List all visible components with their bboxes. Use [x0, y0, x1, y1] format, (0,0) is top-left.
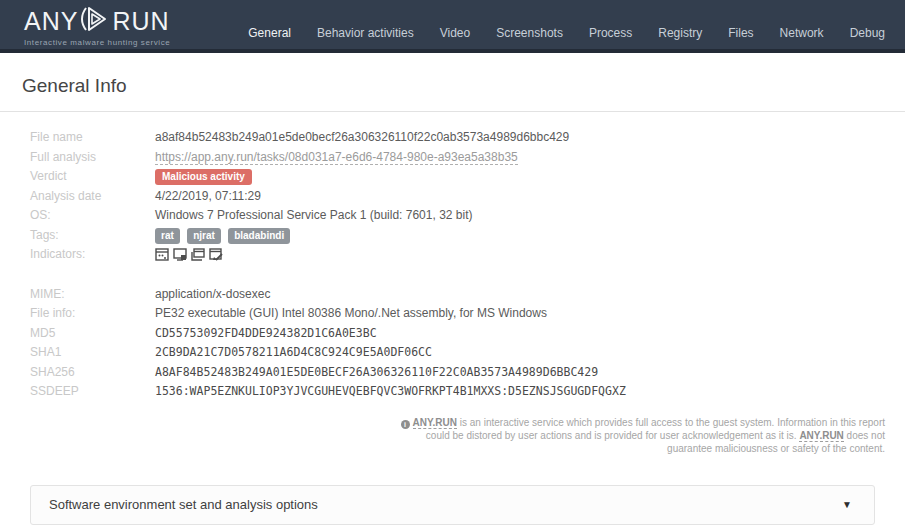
mime-row: MIME: application/x-dosexec	[30, 285, 905, 305]
report-nav: General Behavior activities Video Screen…	[248, 0, 885, 49]
md5-label: MD5	[30, 324, 155, 344]
sha256-value: A8AF84B52483B249A01E5DE0BECF26A306326110…	[155, 363, 598, 383]
section-divider-gap	[30, 265, 905, 285]
full-analysis-label: Full analysis	[30, 148, 155, 168]
top-header: ANY RUN Interactive malware hunting serv…	[0, 0, 905, 53]
analysis-date-value: 4/22/2019, 07:11:29	[155, 187, 261, 207]
anyrun-logo[interactable]: ANY RUN Interactive malware hunting serv…	[24, 0, 174, 49]
nav-registry[interactable]: Registry	[658, 26, 702, 40]
file-info-label: File info:	[30, 304, 155, 324]
os-row: OS: Windows 7 Professional Service Pack …	[30, 206, 905, 226]
software-environment-accordion[interactable]: Software environment set and analysis op…	[30, 485, 875, 525]
process-file-indicator-icon	[209, 248, 223, 261]
nav-screenshots[interactable]: Screenshots	[496, 26, 563, 40]
tag-njrat[interactable]: njrat	[187, 228, 221, 244]
file-name-label: File name	[30, 128, 155, 148]
file-name-row: File name a8af84b52483b249a01e5de0becf26…	[30, 128, 905, 148]
logo-tagline: Interactive malware hunting service	[24, 38, 174, 47]
app-window-indicator-icon	[155, 248, 169, 261]
chevron-down-icon: ▼	[842, 499, 852, 510]
mime-value: application/x-dosexec	[155, 285, 270, 305]
disclaimer-text: iANY.RUN is an interactive service which…	[0, 416, 885, 455]
sha1-label: SHA1	[30, 343, 155, 363]
sha1-value: 2CB9DA21C7D0578211A6D4C8C924C9E5A0DF06CC	[155, 343, 432, 363]
ssdeep-value: 1536:WAP5EZNKULIOP3YJVCGUHEVQEBFQVC3WOFR…	[155, 382, 626, 402]
accordion-title: Software environment set and analysis op…	[49, 497, 318, 512]
nav-behavior-activities[interactable]: Behavior activities	[317, 26, 414, 40]
general-info-panel: File name a8af84b52483b249a01e5de0becf26…	[0, 112, 905, 402]
analysis-date-label: Analysis date	[30, 187, 155, 207]
full-analysis-link[interactable]: https://app.any.run/tasks/08d031a7-e6d6-…	[155, 150, 518, 165]
os-value: Windows 7 Professional Service Pack 1 (b…	[155, 206, 473, 226]
analysis-date-row: Analysis date 4/22/2019, 07:11:29	[30, 187, 905, 207]
play-logo-icon	[80, 6, 110, 36]
info-icon: i	[401, 420, 410, 429]
full-analysis-row: Full analysis https://app.any.run/tasks/…	[30, 148, 905, 168]
mime-label: MIME:	[30, 285, 155, 305]
nav-process[interactable]: Process	[589, 26, 632, 40]
logo-text-any: ANY	[24, 7, 78, 36]
page-title: General Info	[22, 75, 905, 97]
tag-rat[interactable]: rat	[155, 228, 180, 244]
file-info-row: File info: PE32 executable (GUI) Intel 8…	[30, 304, 905, 324]
disclaimer-anyrun-link-1[interactable]: ANY.RUN	[413, 417, 457, 429]
verdict-label: Verdict	[30, 167, 155, 187]
tags-row: Tags: rat njrat bladabindi	[30, 226, 905, 246]
sha256-row: SHA256 A8AF84B52483B249A01E5DE0BECF26A30…	[30, 363, 905, 383]
sha1-row: SHA1 2CB9DA21C7D0578211A6D4C8C924C9E5A0D…	[30, 343, 905, 363]
page-title-bar: General Info	[0, 53, 905, 112]
os-label: OS:	[30, 206, 155, 226]
ssdeep-row: SSDEEP 1536:WAP5EZNKULIOP3YJVCGUHEVQEBFQ…	[30, 382, 905, 402]
indicators-row: Indicators:	[30, 245, 905, 265]
logo-text-run: RUN	[112, 7, 169, 36]
sha256-label: SHA256	[30, 363, 155, 383]
nav-network[interactable]: Network	[780, 26, 824, 40]
tags-label: Tags:	[30, 226, 155, 246]
file-name-value: a8af84b52483b249a01e5de0becf26a306326110…	[155, 128, 569, 148]
monitor-indicator-icon	[173, 248, 187, 261]
file-info-value: PE32 executable (GUI) Intel 80386 Mono/.…	[155, 304, 547, 324]
nav-debug[interactable]: Debug	[850, 26, 885, 40]
md5-value: CD55753092FD4DDE924382D1C6A0E3BC	[155, 324, 377, 344]
disclaimer-anyrun-link-2[interactable]: ANY.RUN	[799, 430, 843, 442]
verdict-badge: Malicious activity	[155, 169, 252, 185]
md5-row: MD5 CD55753092FD4DDE924382D1C6A0E3BC	[30, 324, 905, 344]
ssdeep-label: SSDEEP	[30, 382, 155, 402]
nav-general[interactable]: General	[248, 26, 291, 40]
windows-stack-indicator-icon	[191, 248, 205, 261]
verdict-row: Verdict Malicious activity	[30, 167, 905, 187]
tag-bladabindi[interactable]: bladabindi	[228, 228, 290, 244]
nav-video[interactable]: Video	[440, 26, 470, 40]
nav-files[interactable]: Files	[728, 26, 753, 40]
indicators-label: Indicators:	[30, 245, 155, 265]
